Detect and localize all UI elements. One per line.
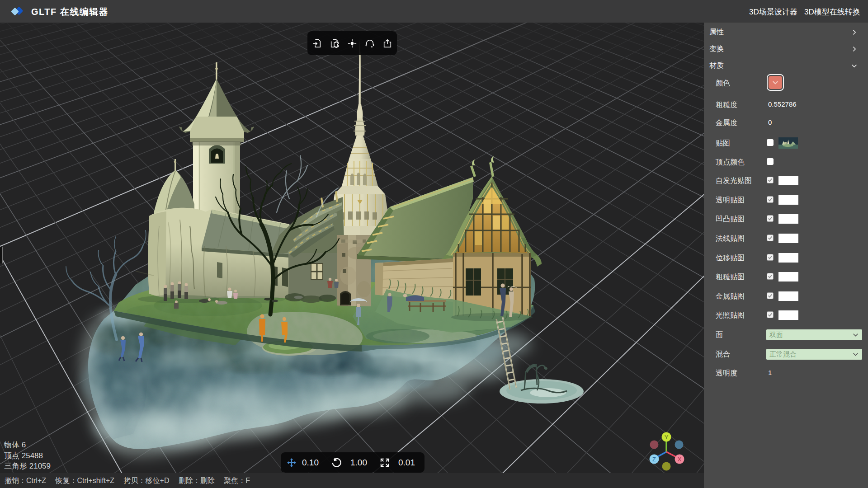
svg-text:Z: Z <box>652 456 656 463</box>
svg-text:X: X <box>678 456 682 463</box>
svg-text:Y: Y <box>665 434 669 441</box>
